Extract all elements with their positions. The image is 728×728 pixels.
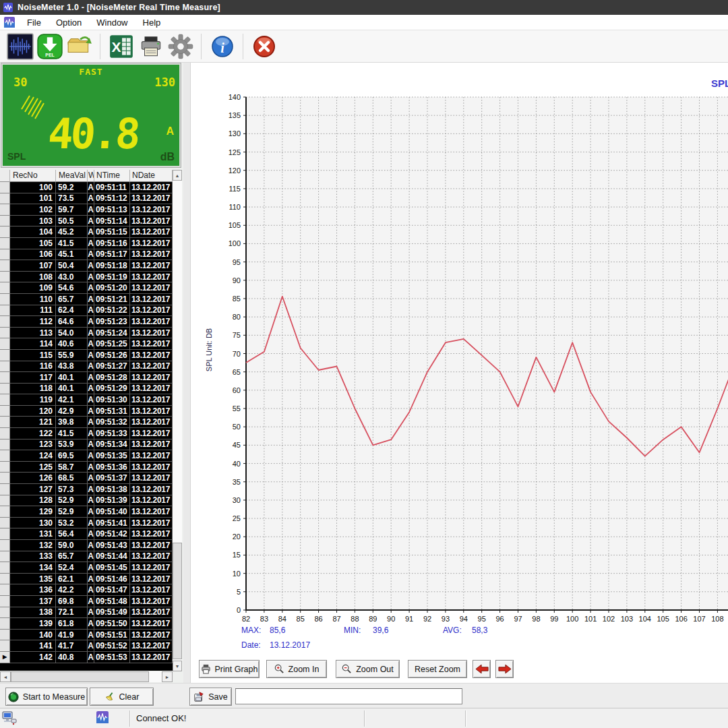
row-selector[interactable] bbox=[0, 540, 10, 551]
row-selector[interactable]: ▶ bbox=[0, 652, 10, 663]
header-recno[interactable]: RecNo bbox=[10, 170, 56, 182]
panel-splitter[interactable] bbox=[183, 63, 191, 683]
table-row[interactable]: 10843.0A09:51:1913.12.2017 bbox=[0, 272, 173, 283]
table-row[interactable]: 13365.7A09:51:4413.12.2017 bbox=[0, 551, 173, 563]
table-row[interactable]: 13452.4A09:51:4513.12.2017 bbox=[0, 562, 173, 574]
scroll-right-button[interactable]: ► bbox=[162, 671, 173, 682]
table-row[interactable]: 14041.9A09:51:5113.12.2017 bbox=[0, 630, 173, 641]
table-row[interactable]: 11840.1A09:51:2913.12.2017 bbox=[0, 384, 173, 395]
table-row[interactable]: 10445.2A09:51:1513.12.2017 bbox=[0, 226, 173, 238]
table-row[interactable]: 12042.9A09:51:3113.12.2017 bbox=[0, 406, 173, 417]
table-horizontal-scrollbar[interactable]: ◄ ► bbox=[0, 671, 173, 682]
table-row[interactable]: 13156.4A09:51:4213.12.2017 bbox=[0, 528, 173, 540]
print-graph-button[interactable]: Print Graph bbox=[199, 660, 260, 678]
table-row[interactable]: 10645.1A09:51:1713.12.2017 bbox=[0, 249, 173, 261]
row-selector[interactable] bbox=[0, 394, 10, 406]
table-row[interactable]: 12852.9A09:51:3913.12.2017 bbox=[0, 495, 173, 507]
row-selector[interactable] bbox=[0, 316, 10, 328]
table-row[interactable]: 13562.1A09:51:4613.12.2017 bbox=[0, 574, 173, 585]
menu-help[interactable]: Help bbox=[135, 15, 169, 30]
row-selector[interactable] bbox=[0, 272, 10, 283]
menu-option[interactable]: Option bbox=[49, 15, 89, 30]
clear-button[interactable]: Clear bbox=[90, 688, 154, 706]
header-ndate[interactable]: NDate bbox=[130, 170, 173, 182]
row-selector[interactable] bbox=[0, 249, 10, 261]
table-row[interactable]: 11264.6A09:51:2313.12.2017 bbox=[0, 316, 173, 328]
row-selector[interactable] bbox=[0, 495, 10, 507]
reset-zoom-button[interactable]: Reset Zoom bbox=[408, 660, 467, 678]
row-selector[interactable] bbox=[0, 630, 10, 641]
table-vertical-scrollbar[interactable]: ▲ ▼ bbox=[173, 170, 182, 671]
table-row[interactable]: 13961.8A09:51:5013.12.2017 bbox=[0, 618, 173, 630]
table-row[interactable]: 11740.1A09:51:2813.12.2017 bbox=[0, 372, 173, 384]
row-selector[interactable] bbox=[0, 607, 10, 619]
row-selector[interactable] bbox=[0, 361, 10, 373]
table-row[interactable]: 11440.6A09:51:2513.12.2017 bbox=[0, 338, 173, 350]
table-row[interactable]: 11354.0A09:51:2413.12.2017 bbox=[0, 328, 173, 339]
row-selector[interactable] bbox=[0, 182, 10, 193]
zoom-out-button[interactable]: Zoom Out bbox=[336, 660, 400, 678]
horizontal-scroll-thumb[interactable] bbox=[11, 671, 149, 682]
row-selector[interactable] bbox=[0, 450, 10, 462]
filename-input[interactable] bbox=[235, 688, 462, 704]
table-row[interactable]: 13642.2A09:51:4713.12.2017 bbox=[0, 584, 173, 596]
row-selector[interactable] bbox=[0, 238, 10, 249]
row-selector[interactable] bbox=[0, 384, 10, 395]
row-selector[interactable] bbox=[0, 372, 10, 384]
row-selector[interactable] bbox=[0, 260, 10, 272]
header-ntime[interactable]: NTime bbox=[94, 170, 130, 182]
row-selector[interactable] bbox=[0, 506, 10, 518]
table-row[interactable]: 10173.5A09:51:1213.12.2017 bbox=[0, 193, 173, 205]
zoom-in-button[interactable]: Zoom In bbox=[266, 660, 327, 678]
table-row[interactable]: 12558.7A09:51:3613.12.2017 bbox=[0, 462, 173, 473]
export-excel-button[interactable]: X bbox=[107, 32, 135, 60]
start-measure-button[interactable]: Start to Measure bbox=[5, 688, 88, 706]
print-button[interactable] bbox=[137, 32, 164, 60]
table-row[interactable]: 12241.5A09:51:3313.12.2017 bbox=[0, 428, 173, 439]
row-selector[interactable] bbox=[0, 216, 10, 227]
settings-button[interactable] bbox=[166, 32, 194, 60]
row-selector[interactable] bbox=[0, 596, 10, 607]
table-row[interactable]: 11065.7A09:51:2113.12.2017 bbox=[0, 294, 173, 305]
row-selector[interactable] bbox=[0, 305, 10, 317]
row-selector[interactable] bbox=[0, 350, 10, 361]
record-button[interactable]: PEL bbox=[36, 32, 63, 60]
row-selector[interactable] bbox=[0, 584, 10, 596]
table-row[interactable]: 11162.4A09:51:2213.12.2017 bbox=[0, 305, 173, 317]
row-selector[interactable] bbox=[0, 406, 10, 417]
table-row[interactable]: 10350.5A09:51:1413.12.2017 bbox=[0, 216, 173, 227]
table-row[interactable]: 13769.8A09:51:4813.12.2017 bbox=[0, 596, 173, 607]
table-row[interactable]: 13259.0A09:51:4313.12.2017 bbox=[0, 540, 173, 551]
menu-file[interactable]: File bbox=[20, 15, 49, 30]
table-row[interactable]: 10259.7A09:51:1313.12.2017 bbox=[0, 204, 173, 216]
row-selector[interactable] bbox=[0, 226, 10, 238]
vertical-scroll-thumb[interactable] bbox=[173, 543, 182, 659]
table-row[interactable]: 10750.4A09:51:1813.12.2017 bbox=[0, 260, 173, 272]
table-row[interactable]: 10954.6A09:51:2013.12.2017 bbox=[0, 282, 173, 294]
table-row[interactable]: 11643.8A09:51:2713.12.2017 bbox=[0, 361, 173, 373]
table-row[interactable]: 10059.2A09:51:1113.12.2017 bbox=[0, 182, 173, 193]
realtime-measure-button[interactable] bbox=[6, 32, 34, 60]
open-file-button[interactable] bbox=[65, 32, 93, 60]
row-selector[interactable] bbox=[0, 204, 10, 216]
table-row[interactable]: 11555.9A09:51:2613.12.2017 bbox=[0, 350, 173, 361]
row-selector[interactable] bbox=[0, 193, 10, 205]
row-selector[interactable] bbox=[0, 439, 10, 451]
header-meaval[interactable]: MeaVal bbox=[56, 170, 88, 182]
table-row[interactable]: 11942.1A09:51:3013.12.2017 bbox=[0, 394, 173, 406]
menu-window[interactable]: Window bbox=[89, 15, 135, 30]
table-row[interactable]: 12139.8A09:51:3213.12.2017 bbox=[0, 417, 173, 428]
table-row[interactable]: 12757.3A09:51:3813.12.2017 bbox=[0, 484, 173, 495]
row-selector[interactable] bbox=[0, 328, 10, 339]
row-selector[interactable] bbox=[0, 282, 10, 294]
row-selector[interactable] bbox=[0, 338, 10, 350]
table-row[interactable]: 14141.7A09:51:5213.12.2017 bbox=[0, 640, 173, 652]
row-selector[interactable] bbox=[0, 640, 10, 652]
scroll-down-button[interactable]: ▼ bbox=[173, 661, 182, 671]
info-button[interactable]: i bbox=[208, 32, 236, 60]
table-row[interactable]: 13053.2A09:51:4113.12.2017 bbox=[0, 518, 173, 529]
scroll-up-button[interactable]: ▲ bbox=[173, 170, 182, 181]
row-selector[interactable] bbox=[0, 462, 10, 473]
pan-right-button[interactable] bbox=[495, 660, 514, 678]
header-weighting[interactable]: W bbox=[88, 170, 94, 182]
